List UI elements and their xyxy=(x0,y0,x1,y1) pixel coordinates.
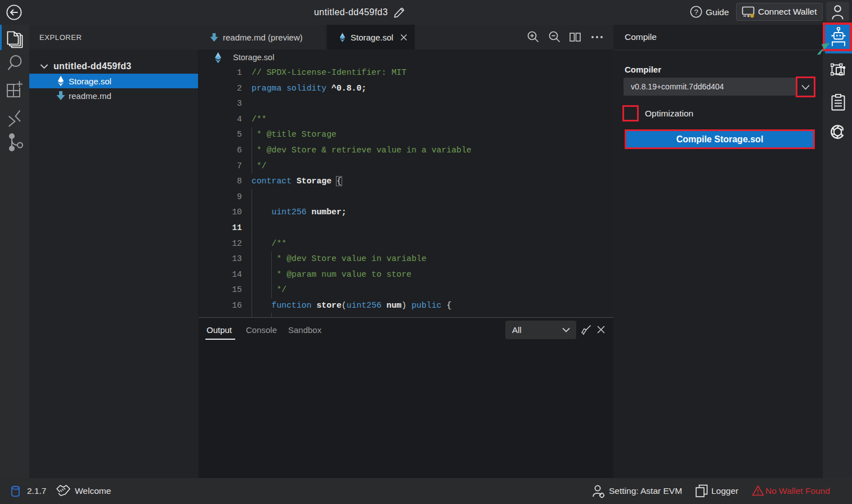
svg-text:?: ? xyxy=(694,8,698,16)
